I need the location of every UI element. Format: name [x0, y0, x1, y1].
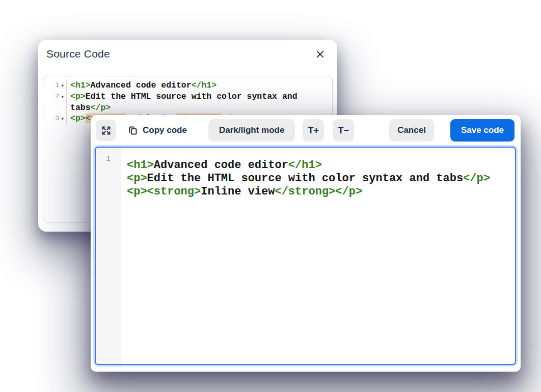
code-tag: </p>: [463, 172, 490, 185]
code-tag: <p>: [127, 185, 147, 198]
cancel-button[interactable]: Cancel: [389, 119, 434, 142]
code-text-segment: Edit the HTML source with color syntax a…: [86, 92, 297, 101]
code-tag: </p>: [335, 185, 362, 198]
code-text-segment: Edit the HTML source with color syntax a…: [147, 172, 464, 185]
code-text: tabs</p>: [66, 102, 111, 113]
close-button[interactable]: [313, 47, 327, 61]
fold-triangle-icon[interactable]: ▾: [61, 114, 64, 124]
dialog-title: Source Code: [46, 48, 327, 60]
code-text: <h1>Advanced code editor</h1>: [66, 80, 217, 91]
code-tag: </p>: [91, 103, 111, 113]
line-gutter: 3▾: [43, 113, 66, 124]
dialog-header: Source Code: [38, 40, 337, 60]
font-size-increase-button[interactable]: T+: [303, 119, 324, 142]
code-line: <p><strong>Inline view</strong></p>: [127, 185, 515, 199]
dark-light-mode-button[interactable]: Dark/light mode: [208, 119, 295, 142]
code-text-segment: Advanced code editor: [91, 80, 192, 90]
code-tag: <p>: [127, 172, 147, 185]
code-tag: <p>: [70, 114, 86, 123]
line-number: 3: [55, 113, 59, 124]
line-number: 1: [55, 80, 59, 91]
close-icon: [315, 49, 325, 59]
code-text: <p>Edit the HTML source with color synta…: [66, 91, 297, 102]
code-text: <p><strong>Inline view</strong></p>: [127, 185, 362, 198]
code-tag: </strong>: [275, 185, 335, 198]
code-line: tabs</p>: [43, 102, 332, 113]
code-tag: <p>: [70, 92, 86, 101]
fullscreen-button[interactable]: [96, 120, 116, 141]
fold-triangle-icon[interactable]: ▾: [61, 80, 64, 91]
copy-code-label: Copy code: [143, 125, 187, 135]
code-line: <h1>Advanced code editor</h1>: [127, 159, 515, 172]
save-code-button[interactable]: Save code: [450, 119, 515, 142]
code-text-segment: Advanced code editor: [154, 159, 288, 172]
editor-toolbar: Copy code Dark/light mode T+ T− Cancel S…: [91, 115, 521, 142]
page: Source Code 1▾<h1>Advanced code editor</…: [0, 0, 541, 392]
code-text-segment: tabs: [70, 103, 91, 113]
code-tag: <h1>: [70, 80, 91, 90]
code-line: 1▾<h1>Advanced code editor</h1>: [43, 80, 332, 91]
code-tag: </h1>: [288, 159, 322, 172]
code-tag: <h1>: [127, 159, 154, 172]
line-number-gutter: 1: [96, 148, 121, 364]
line-gutter: 2▾: [43, 91, 66, 102]
line-gutter: 1▾: [43, 80, 66, 91]
code-editor[interactable]: 1 <h1>Advanced code editor</h1><p>Edit t…: [95, 147, 516, 365]
code-tag: </h1>: [192, 80, 217, 90]
code-tag: <strong>: [147, 185, 201, 198]
fold-triangle-icon[interactable]: ▾: [61, 92, 64, 102]
copy-code-button[interactable]: Copy code: [125, 119, 189, 142]
code-text-segment: Inline view: [201, 185, 275, 198]
fullscreen-icon: [101, 125, 112, 136]
font-size-decrease-button[interactable]: T−: [333, 119, 354, 142]
advanced-code-editor-panel: Copy code Dark/light mode T+ T− Cancel S…: [91, 115, 521, 372]
code-text: <h1>Advanced code editor</h1>: [127, 159, 322, 172]
line-number: 2: [55, 91, 59, 102]
code-line: 2▾<p>Edit the HTML source with color syn…: [43, 91, 332, 102]
code-editor-content[interactable]: <h1>Advanced code editor</h1><p>Edit the…: [121, 148, 515, 364]
copy-icon: [127, 125, 138, 136]
line-number: 1: [96, 153, 121, 166]
code-line: <p>Edit the HTML source with color synta…: [127, 172, 515, 185]
code-text: <p>Edit the HTML source with color synta…: [127, 172, 490, 185]
